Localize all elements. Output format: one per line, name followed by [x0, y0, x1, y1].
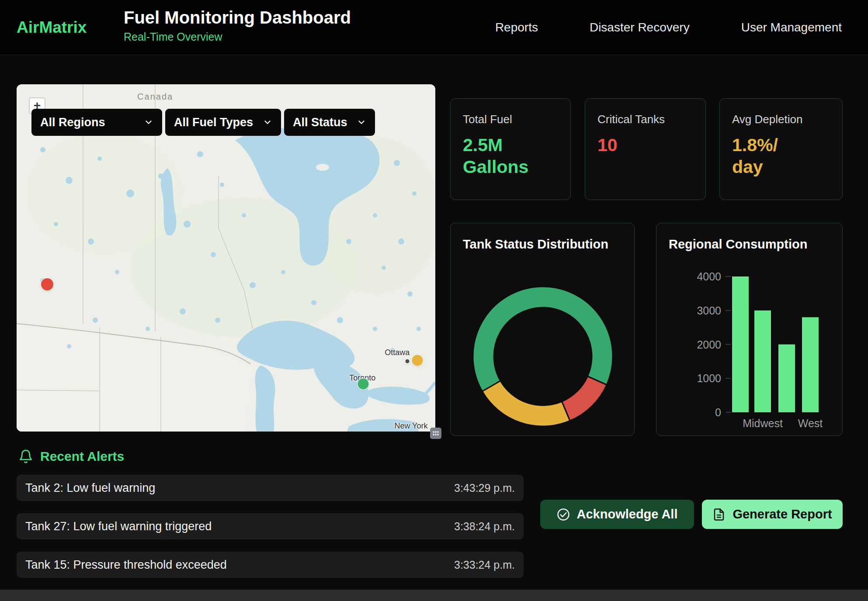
stat-value: 2.5M Gallons — [463, 134, 536, 178]
tank-marker-normal[interactable] — [358, 379, 369, 390]
nav-user-management[interactable]: User Management — [741, 21, 842, 35]
drag-handle-icon[interactable] — [430, 428, 441, 439]
map-label-new-york: New York — [394, 421, 427, 431]
tank-status-card: Tank Status Distribution — [450, 223, 635, 436]
alert-time: 3:38:24 p.m. — [454, 520, 515, 533]
alerts-heading: Recent Alerts — [18, 449, 124, 464]
y-axis-tick: 3000 — [697, 304, 721, 317]
title-block: Fuel Monitoring Dashboard Real-Time Over… — [124, 8, 351, 43]
stat-card-total-fuel: Total Fuel 2.5M Gallons — [450, 98, 571, 200]
bar-1 — [754, 311, 771, 412]
alert-message: Tank 2: Low fuel warning — [25, 481, 155, 495]
stat-label: Total Fuel — [463, 113, 558, 126]
donut-segment-green — [473, 287, 613, 391]
alert-row[interactable]: Tank 2: Low fuel warning 3:43:29 p.m. — [17, 475, 524, 501]
regional-consumption-card: Regional Consumption 01000200030004000Mi… — [656, 223, 843, 436]
filter-regions-dropdown[interactable]: All Regions — [31, 109, 162, 136]
app-root: AirMatrix Fuel Monitoring Dashboard Real… — [0, 0, 868, 601]
file-text-icon — [712, 508, 726, 521]
tank-marker-warning[interactable] — [412, 355, 423, 366]
map-filter-bar: All Regions All Fuel Types All Status — [31, 109, 375, 136]
city-dot — [405, 359, 409, 363]
alerts-heading-label: Recent Alerts — [40, 449, 124, 464]
chevron-down-icon — [263, 117, 272, 127]
tank-status-donut-chart — [451, 263, 635, 436]
map-label-canada: Canada — [137, 91, 173, 101]
stat-value: 10 — [597, 134, 671, 156]
regional-consumption-bar-chart: 01000200030004000MidwestWest — [656, 263, 843, 433]
filter-regions-label: All Regions — [40, 116, 105, 129]
donut-segment-yellow — [482, 381, 570, 426]
generate-report-label: Generate Report — [733, 507, 832, 522]
alert-message: Tank 15: Pressure threshold exceeded — [25, 558, 227, 572]
stat-card-critical-tanks: Critical Tanks 10 — [585, 98, 706, 200]
filter-status-label: All Status — [293, 116, 347, 129]
nav-reports[interactable]: Reports — [495, 21, 538, 35]
page-title: Fuel Monitoring Dashboard — [124, 8, 351, 27]
alert-message: Tank 27: Low fuel warning triggered — [25, 520, 212, 533]
main-nav: Reports Disaster Recovery User Managemen… — [495, 0, 842, 55]
alert-time: 3:43:29 p.m. — [454, 482, 515, 494]
chevron-down-icon — [357, 117, 366, 127]
page-subtitle: Real-Time Overview — [124, 31, 351, 43]
stat-label: Avg Depletion — [732, 113, 830, 126]
filter-fuel-types-label: All Fuel Types — [174, 116, 253, 129]
map-label-ottawa: Ottawa — [385, 348, 410, 357]
chevron-down-icon — [144, 117, 153, 127]
filter-fuel-types-dropdown[interactable]: All Fuel Types — [165, 109, 281, 136]
alert-row[interactable]: Tank 15: Pressure threshold exceeded 3:3… — [17, 552, 524, 578]
logo[interactable]: AirMatrix — [17, 18, 87, 37]
acknowledge-all-button[interactable]: Acknowledge All — [540, 500, 694, 529]
y-axis-tick: 4000 — [697, 270, 721, 283]
filter-status-dropdown[interactable]: All Status — [284, 109, 375, 136]
y-axis-tick: 1000 — [697, 372, 721, 384]
map[interactable]: CanadaOttawaTorontoNew York + All Region… — [17, 84, 435, 432]
generate-report-button[interactable]: Generate Report — [702, 500, 843, 529]
y-axis-tick: 0 — [715, 406, 721, 418]
stat-label: Critical Tanks — [597, 113, 693, 126]
nav-disaster-recovery[interactable]: Disaster Recovery — [590, 21, 690, 35]
bottom-strip — [0, 590, 868, 601]
x-axis-tick: Midwest — [743, 417, 783, 429]
alert-time: 3:33:24 p.m. — [454, 559, 515, 571]
y-axis-tick: 2000 — [697, 338, 721, 351]
bar-0 — [732, 276, 749, 412]
alert-row[interactable]: Tank 27: Low fuel warning triggered 3:38… — [17, 513, 524, 539]
bar-3 — [802, 317, 819, 412]
map-overlay-layer: CanadaOttawaTorontoNew York — [17, 84, 435, 432]
tank-marker-critical[interactable] — [41, 278, 53, 290]
stat-card-avg-depletion: Avg Depletion 1.8%/ day — [719, 98, 843, 200]
donut-segment-red — [562, 376, 607, 421]
regional-consumption-title: Regional Consumption — [669, 237, 830, 252]
stat-value: 1.8%/ day — [732, 134, 806, 178]
header: AirMatrix Fuel Monitoring Dashboard Real… — [0, 0, 868, 55]
bell-icon — [18, 449, 33, 464]
check-circle-icon — [557, 508, 570, 521]
tank-status-title: Tank Status Distribution — [463, 237, 622, 252]
x-axis-tick: West — [798, 417, 823, 429]
acknowledge-all-label: Acknowledge All — [577, 507, 678, 522]
bar-2 — [778, 345, 795, 413]
